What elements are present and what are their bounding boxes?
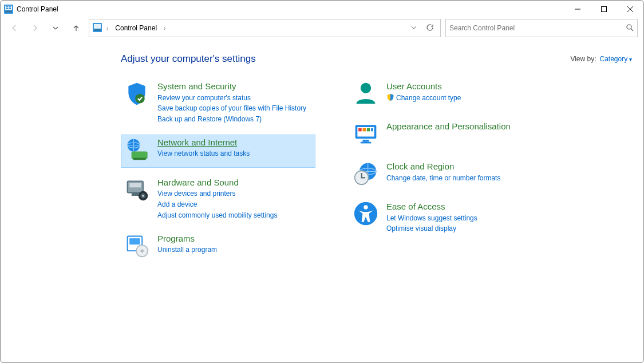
category-appearance-and-personalisation: Appearance and Personalisation xyxy=(350,119,544,152)
category-network-and-internet: Network and InternetView network status … xyxy=(121,135,315,168)
clock-and-region-icon xyxy=(352,161,380,188)
breadcrumb-chevron-icon[interactable]: › xyxy=(161,25,168,31)
category-link[interactable]: Uninstall a program xyxy=(157,245,217,255)
category-title-user-accounts[interactable]: User Accounts xyxy=(386,81,461,92)
category-title-ease-of-access[interactable]: Ease of Access xyxy=(386,201,477,212)
content-area: Adjust your computer's settings View by:… xyxy=(1,38,643,271)
breadcrumb-chevron-icon[interactable]: › xyxy=(104,25,110,31)
address-history-button[interactable] xyxy=(407,24,421,32)
close-button[interactable] xyxy=(617,1,643,18)
back-button[interactable] xyxy=(6,20,22,36)
forward-button[interactable] xyxy=(27,20,43,36)
refresh-button[interactable] xyxy=(423,23,437,33)
category-system-and-security: System and SecurityReview your computer'… xyxy=(121,78,315,128)
svg-line-15 xyxy=(631,29,633,31)
svg-rect-5 xyxy=(6,8,8,9)
appearance-and-personalisation-icon xyxy=(352,121,380,148)
category-ease-of-access: Ease of AccessLet Windows suggest settin… xyxy=(350,199,544,237)
minimize-button[interactable] xyxy=(564,1,591,18)
svg-rect-4 xyxy=(9,6,11,7)
search-icon[interactable] xyxy=(626,23,634,33)
uac-shield-icon xyxy=(386,93,394,104)
category-title-network-and-internet[interactable]: Network and Internet xyxy=(157,137,250,148)
hardware-and-sound-icon xyxy=(123,177,151,204)
category-clock-and-region: Clock and RegionChange date, time or num… xyxy=(350,159,544,192)
svg-rect-8 xyxy=(602,7,607,12)
category-link[interactable]: Add a device xyxy=(157,200,277,210)
svg-rect-13 xyxy=(94,29,101,31)
page-title: Adjust your computer's settings xyxy=(121,53,256,65)
control-panel-icon xyxy=(4,5,13,14)
category-link[interactable]: Back up and Restore (Windows 7) xyxy=(157,115,306,124)
toolbar: › Control Panel › xyxy=(1,18,643,38)
category-title-appearance-and-personalisation[interactable]: Appearance and Personalisation xyxy=(386,121,511,132)
category-title-programs[interactable]: Programs xyxy=(157,233,217,244)
category-title-system-and-security[interactable]: System and Security xyxy=(157,81,306,92)
category-link[interactable]: Save backup copies of your files with Fi… xyxy=(157,104,306,113)
category-link[interactable]: View devices and printers xyxy=(157,189,277,199)
svg-rect-3 xyxy=(6,6,8,7)
svg-rect-2 xyxy=(5,10,12,13)
category-column-right: User AccountsChange account typeAppearan… xyxy=(350,78,544,271)
svg-point-14 xyxy=(627,25,631,29)
search-box[interactable] xyxy=(445,19,638,37)
view-by-dropdown[interactable]: Category xyxy=(600,55,632,63)
svg-rect-6 xyxy=(9,8,11,9)
address-bar[interactable]: › Control Panel › xyxy=(89,19,441,37)
system-and-security-icon xyxy=(123,81,151,108)
svg-rect-12 xyxy=(94,24,101,29)
category-hardware-and-sound: Hardware and SoundView devices and print… xyxy=(121,175,315,224)
titlebar: Control Panel xyxy=(1,1,643,18)
category-column-left: System and SecurityReview your computer'… xyxy=(121,78,315,271)
window-title: Control Panel xyxy=(17,5,58,13)
programs-icon xyxy=(123,233,151,261)
category-link[interactable]: Adjust commonly used mobility settings xyxy=(157,211,277,220)
category-link[interactable]: View network status and tasks xyxy=(157,149,250,159)
recent-locations-button[interactable] xyxy=(48,20,64,36)
category-title-hardware-and-sound[interactable]: Hardware and Sound xyxy=(157,177,277,188)
window-controls xyxy=(564,1,643,18)
maximize-button[interactable] xyxy=(591,1,617,18)
category-link[interactable]: Optimise visual display xyxy=(386,224,477,234)
search-input[interactable] xyxy=(449,24,626,32)
up-button[interactable] xyxy=(68,20,84,36)
category-link[interactable]: Change date, time or number formats xyxy=(386,173,500,183)
category-user-accounts: User AccountsChange account type xyxy=(350,78,544,112)
category-link[interactable]: Change account type xyxy=(386,93,461,104)
category-link[interactable]: Let Windows suggest settings xyxy=(386,214,477,223)
control-panel-icon xyxy=(93,23,102,34)
view-by-label: View by: xyxy=(570,55,596,63)
network-and-internet-icon xyxy=(123,137,151,164)
ease-of-access-icon xyxy=(352,201,380,228)
category-programs: ProgramsUninstall a program xyxy=(121,231,315,264)
category-title-clock-and-region[interactable]: Clock and Region xyxy=(386,161,500,172)
category-link[interactable]: Review your computer's status xyxy=(157,93,306,103)
breadcrumb-root[interactable]: Control Panel xyxy=(113,24,159,32)
user-accounts-icon xyxy=(352,81,380,108)
